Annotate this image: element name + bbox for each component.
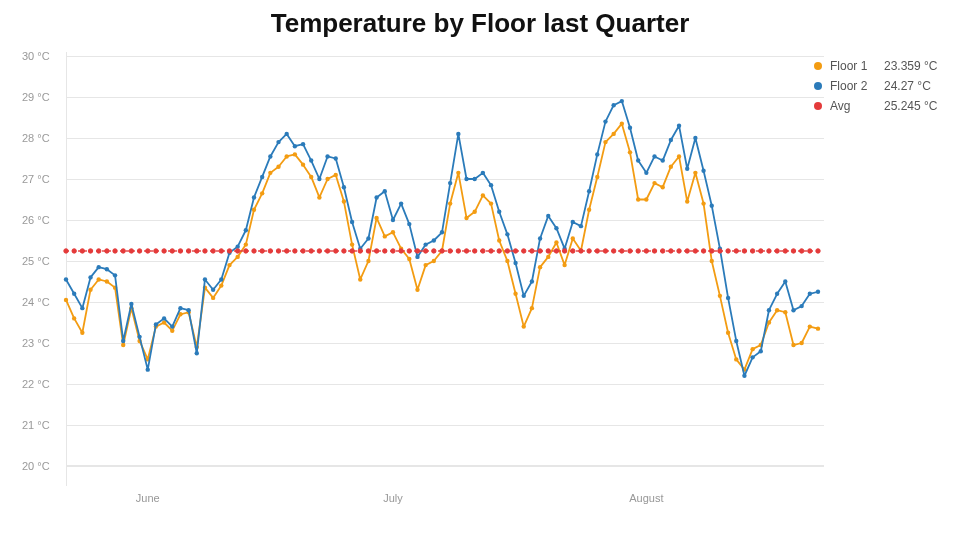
svg-point-168 [677,124,681,128]
svg-point-123 [309,158,313,162]
svg-point-147 [505,232,509,236]
svg-point-95 [80,306,84,310]
svg-point-49 [464,216,468,220]
svg-point-104 [154,322,158,326]
svg-point-130 [366,236,370,240]
svg-point-88 [783,310,787,314]
svg-point-138 [432,238,436,242]
svg-point-50 [472,210,476,214]
page-title: Temperature by Floor last Quarter [0,8,960,39]
svg-point-24 [260,191,264,195]
svg-point-134 [399,201,403,205]
svg-point-44 [423,263,427,267]
svg-point-140 [448,181,452,185]
svg-point-65 [595,175,599,179]
svg-point-71 [644,197,648,201]
svg-point-180 [775,292,779,296]
svg-point-163 [636,158,640,162]
svg-point-35 [350,242,354,246]
svg-point-84 [750,347,754,351]
svg-point-23 [252,208,256,212]
svg-point-144 [481,171,485,175]
legend-swatch-icon [814,62,822,70]
svg-point-45 [432,259,436,263]
svg-point-161 [620,99,624,103]
svg-point-155 [571,220,575,224]
svg-point-159 [603,119,607,123]
svg-point-74 [669,165,673,169]
svg-point-66 [603,140,607,144]
svg-point-122 [301,142,305,146]
svg-point-185 [816,290,820,294]
svg-point-33 [334,173,338,177]
svg-point-5 [105,279,109,283]
svg-point-182 [791,308,795,312]
svg-point-69 [628,150,632,154]
legend-label: Avg [830,99,876,113]
svg-point-178 [759,349,763,353]
svg-point-80 [718,294,722,298]
svg-point-179 [767,308,771,312]
svg-point-166 [660,158,664,162]
legend-item-floor2: Floor 2 24.27 °C [814,76,946,96]
svg-point-0 [64,298,68,302]
legend-swatch-icon [814,82,822,90]
svg-point-150 [530,279,534,283]
svg-point-81 [726,331,730,335]
svg-point-79 [710,259,714,263]
svg-point-54 [505,259,509,263]
svg-point-59 [546,255,550,259]
svg-point-67 [611,132,615,136]
legend-value: 25.245 °C [884,99,946,113]
svg-point-75 [677,154,681,158]
svg-point-39 [383,234,387,238]
svg-point-53 [497,238,501,242]
svg-point-177 [750,355,754,359]
svg-point-117 [260,175,264,179]
svg-point-2 [80,331,84,335]
svg-point-94 [72,292,76,296]
svg-point-61 [562,263,566,267]
svg-point-55 [513,292,517,296]
svg-point-171 [701,169,705,173]
svg-point-100 [121,339,125,343]
chart-lines [24,52,824,486]
svg-point-102 [137,335,141,339]
svg-point-106 [170,324,174,328]
svg-point-101 [129,302,133,306]
svg-point-121 [293,144,297,148]
svg-point-176 [742,374,746,378]
svg-point-164 [644,171,648,175]
svg-point-107 [178,306,182,310]
svg-point-174 [726,296,730,300]
svg-point-153 [554,226,558,230]
x-tick-label: August [629,492,663,504]
svg-point-48 [456,171,460,175]
svg-point-146 [497,210,501,214]
svg-point-52 [489,201,493,205]
svg-point-30 [309,175,313,179]
svg-point-142 [464,177,468,181]
svg-point-145 [489,183,493,187]
svg-point-20 [227,263,231,267]
svg-point-135 [407,222,411,226]
svg-point-132 [383,189,387,193]
svg-point-34 [342,199,346,203]
svg-point-1 [72,316,76,320]
svg-point-51 [481,193,485,197]
svg-point-37 [366,259,370,263]
legend-label: Floor 2 [830,79,876,93]
svg-point-170 [693,136,697,140]
svg-point-125 [325,154,329,158]
svg-point-111 [211,288,215,292]
svg-point-7 [121,343,125,347]
svg-point-118 [268,154,272,158]
legend-label: Floor 1 [830,59,876,73]
svg-point-114 [235,244,239,248]
svg-point-22 [244,242,248,246]
svg-point-90 [799,341,803,345]
svg-point-70 [636,197,640,201]
svg-point-32 [325,177,329,181]
svg-point-110 [203,277,207,281]
svg-point-156 [579,224,583,228]
